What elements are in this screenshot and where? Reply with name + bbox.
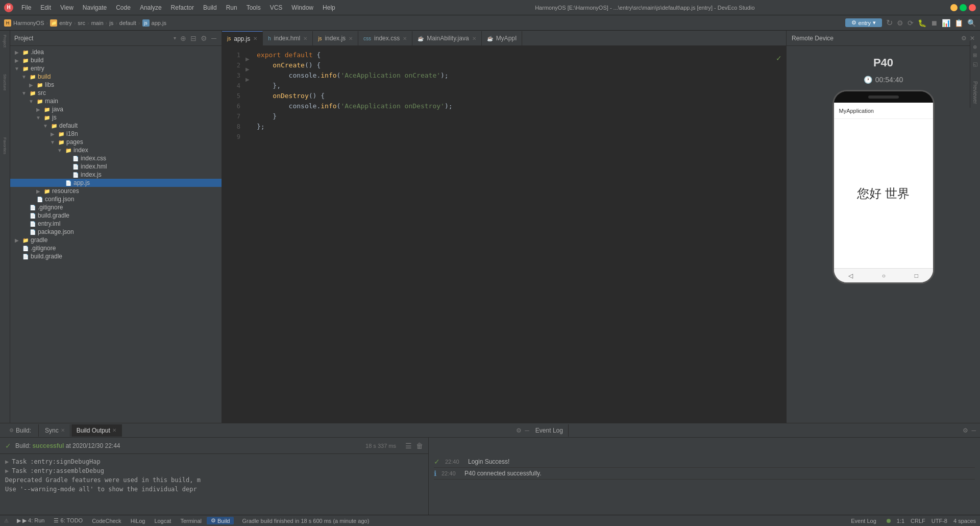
menu-view[interactable]: View xyxy=(56,3,78,12)
menu-tools[interactable]: Tools xyxy=(242,3,265,12)
build-log-clear-button[interactable]: 🗑 xyxy=(416,442,423,450)
logcat-button[interactable]: Logcat xyxy=(150,517,175,524)
tree-arrow-src[interactable]: ▼ xyxy=(20,90,28,96)
tree-item-index-folder[interactable]: ▼ 📁 index xyxy=(10,146,222,154)
remote-settings-button[interactable]: ⚙ xyxy=(961,35,967,42)
run-config-dropdown[interactable]: ⚙ entry ▾ xyxy=(845,18,882,27)
tree-item-pages[interactable]: ▼ 📁 pages xyxy=(10,138,222,146)
phone-recents-button[interactable]: □ xyxy=(915,272,918,279)
tree-arrow-index-folder[interactable]: ▼ xyxy=(56,148,63,153)
bottom-settings-button[interactable]: ⚙ xyxy=(516,427,522,434)
close-button[interactable] xyxy=(969,4,976,11)
tree-item-package-json[interactable]: ▶ 📄 package.json xyxy=(10,228,222,236)
tree-arrow-i18n[interactable]: ▶ xyxy=(49,131,56,137)
tree-item-build-root[interactable]: ▶ 📁 build xyxy=(10,56,222,64)
tree-item-js[interactable]: ▼ 📁 js xyxy=(10,113,222,122)
menu-help[interactable]: Help xyxy=(318,3,339,12)
collapse-all-button[interactable]: ⊟ xyxy=(189,34,198,42)
tab-myappl[interactable]: ☕ MyAppI xyxy=(482,31,523,45)
editor-content[interactable]: 1 2 3 4 5 6 7 8 9 ▶ ▶ ▶ xyxy=(222,46,786,423)
remote-fullscreen-button[interactable]: ◱ xyxy=(972,61,978,67)
tree-arrow-java[interactable]: ▶ xyxy=(35,107,42,112)
bottom-minimize-button[interactable]: ─ xyxy=(525,427,529,434)
menu-refactor[interactable]: Refactor xyxy=(167,3,198,12)
search-everywhere-button[interactable]: 🔍 xyxy=(967,19,976,27)
menu-edit[interactable]: Edit xyxy=(36,3,55,12)
hilog-button[interactable]: HiLog xyxy=(127,517,150,524)
event-log-minimize-button[interactable]: ─ xyxy=(971,427,976,434)
tree-item-main[interactable]: ▼ 📁 main xyxy=(10,97,222,105)
menu-run[interactable]: Run xyxy=(222,3,241,12)
tree-item-entry[interactable]: ▼ 📁 entry xyxy=(10,64,222,73)
tab-close-index-css[interactable]: ✕ xyxy=(403,36,407,41)
tree-item-src[interactable]: ▼ 📁 src xyxy=(10,89,222,97)
structure-sidebar-btn[interactable]: Structure xyxy=(2,72,8,92)
tree-item-gradle[interactable]: ▶ 📁 gradle xyxy=(10,236,222,244)
menu-window[interactable]: Window xyxy=(287,3,317,12)
sync-button[interactable]: ⟳ xyxy=(908,19,914,27)
tree-arrow-build[interactable]: ▼ xyxy=(20,74,28,80)
tree-item-idea[interactable]: ▶ 📁 .idea xyxy=(10,48,222,56)
tab-close-index-js[interactable]: ✕ xyxy=(349,36,353,41)
line-separator[interactable]: CRLF xyxy=(911,517,925,524)
menu-vcs[interactable]: VCS xyxy=(266,3,287,12)
build-settings-button[interactable]: ⚙ xyxy=(897,19,903,27)
sync-tab-close[interactable]: ✕ xyxy=(61,427,65,433)
event-log-status-button[interactable]: Event Log xyxy=(847,517,880,524)
remote-rotate-button[interactable]: ⊕ xyxy=(972,45,978,49)
tree-item-build-gradle-root[interactable]: ▶ 📄 build.gradle xyxy=(10,252,222,260)
build-log-filter-button[interactable]: ☰ xyxy=(405,442,412,450)
tree-item-index-css[interactable]: ▶ 📄 index.css xyxy=(10,154,222,162)
menu-analyze[interactable]: Analyze xyxy=(136,3,166,12)
event-log-settings-button[interactable]: ⚙ xyxy=(963,427,968,434)
maximize-button[interactable] xyxy=(960,4,967,11)
minimize-panel-button[interactable]: ─ xyxy=(210,34,217,42)
tree-item-build[interactable]: ▼ 📁 build xyxy=(10,73,222,81)
stop-button[interactable]: ⏹ xyxy=(930,19,938,27)
log-arrow-2[interactable]: ▶ xyxy=(5,466,9,475)
indent-status[interactable]: 4 spaces xyxy=(953,517,976,524)
bottom-tab-build[interactable]: ⚙ Build: xyxy=(4,424,39,437)
tree-item-default[interactable]: ▼ 📁 default xyxy=(10,122,222,130)
tree-item-build-gradle-entry[interactable]: ▶ 📄 build.gradle xyxy=(10,211,222,220)
debug-button[interactable]: 🐛 xyxy=(918,19,926,27)
settings-button[interactable]: ⚙ xyxy=(200,34,208,42)
tree-arrow-main[interactable]: ▼ xyxy=(28,99,35,104)
log-arrow-1[interactable]: ▶ xyxy=(5,457,9,466)
tree-item-java[interactable]: ▶ 📁 java xyxy=(10,105,222,113)
code-editor[interactable]: export default { onCreate() { console.in… xyxy=(253,46,786,423)
menu-file[interactable]: File xyxy=(17,3,35,12)
tree-arrow-idea[interactable]: ▶ xyxy=(13,50,20,55)
bottom-tab-event-log[interactable]: Event Log xyxy=(530,424,569,437)
tree-arrow-default[interactable]: ▼ xyxy=(42,123,49,129)
tab-close-app-js[interactable]: ✕ xyxy=(253,36,257,41)
tree-item-gitignore-entry[interactable]: ▶ 📄 .gitignore xyxy=(10,203,222,211)
tab-close-main-ability[interactable]: ✕ xyxy=(472,36,476,41)
bottom-tab-sync[interactable]: Sync ✕ xyxy=(40,424,70,437)
tree-arrow-gradle[interactable]: ▶ xyxy=(13,237,20,243)
phone-back-button[interactable]: ◁ xyxy=(848,272,853,279)
menu-code[interactable]: Code xyxy=(112,3,135,12)
bottom-tab-build-output[interactable]: Build Output ✕ xyxy=(71,424,122,437)
tree-item-entry-iml[interactable]: ▶ 📄 entry.iml xyxy=(10,220,222,228)
phone-home-button[interactable]: ○ xyxy=(882,272,886,279)
tree-item-i18n[interactable]: ▶ 📁 i18n xyxy=(10,130,222,138)
tab-main-ability[interactable]: ☕ MainAbility.java ✕ xyxy=(412,31,481,45)
tree-arrow-resources[interactable]: ▶ xyxy=(35,188,42,194)
encoding-status[interactable]: UTF-8 xyxy=(932,517,947,524)
project-sidebar-btn[interactable]: Project xyxy=(2,33,8,50)
tree-arrow-build-root[interactable]: ▶ xyxy=(13,58,20,63)
tree-item-index-js[interactable]: ▶ 📄 index.js xyxy=(10,171,222,179)
run-button[interactable]: ▶ ▶ 4: Run xyxy=(13,517,48,524)
tree-item-app-js[interactable]: ▶ 📄 app.js xyxy=(10,179,222,187)
profile-button[interactable]: 📊 xyxy=(942,19,950,27)
build-tool-button[interactable]: ⚙ Build xyxy=(207,517,234,524)
build-output-tab-close[interactable]: ✕ xyxy=(112,427,116,433)
menu-build[interactable]: Build xyxy=(199,3,221,12)
tab-close-index-hml[interactable]: ✕ xyxy=(303,36,307,41)
minimize-button[interactable] xyxy=(950,4,958,11)
menu-navigate[interactable]: Navigate xyxy=(79,3,111,12)
tree-arrow-entry[interactable]: ▼ xyxy=(13,66,20,71)
tree-item-libs[interactable]: ▶ 📁 libs xyxy=(10,81,222,89)
tree-item-resources[interactable]: ▶ 📁 resources xyxy=(10,187,222,195)
